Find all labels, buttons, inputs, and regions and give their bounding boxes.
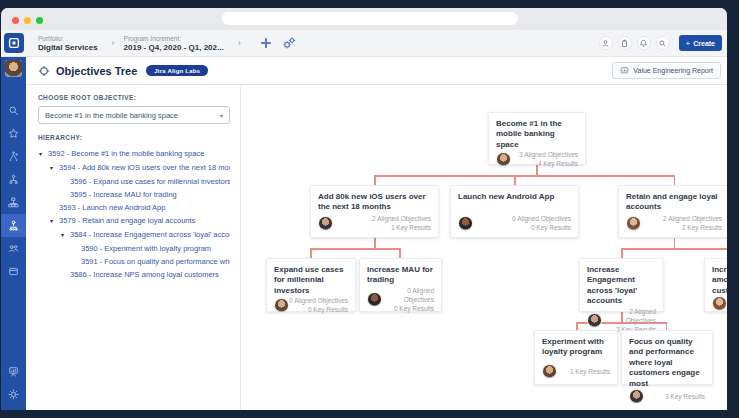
hierarchy-item[interactable]: 3596 - Expand use cases for millennial i… [38,175,230,188]
avatar [542,364,557,379]
chevron-down-icon: ▾ [220,112,223,119]
search-nav-icon[interactable] [1,99,26,122]
program-increment-selector[interactable]: Program Increment: 2019 - Q4, 2020 - Q1,… [124,35,224,52]
caret-down-icon[interactable]: ▾ [61,229,70,242]
create-button[interactable]: + Create [679,35,722,51]
chevron-right-icon: › [238,38,241,48]
avatar [587,313,602,328]
gear-icon[interactable] [1,383,26,406]
caret-down-icon[interactable]: ▾ [39,148,48,161]
objectives-tree-canvas[interactable]: Become #1 in the mobile banking space 3 … [241,85,727,410]
avatar [626,216,641,231]
jira-align-logo[interactable] [1,30,26,57]
connector-line [576,322,578,330]
bell-icon[interactable] [637,36,651,50]
browser-chrome [1,8,727,30]
sitemap-icon[interactable] [1,191,26,214]
hierarchy-item[interactable]: 3593 - Launch new Android App [38,201,230,214]
minimize-window-button[interactable] [24,17,31,24]
labs-badge: Jira Align Labs [146,65,208,76]
left-nav-rail [1,57,26,410]
zoom-window-button[interactable] [36,17,43,24]
hierarchy-tree: ▾3592 - Become #1 in the mobile banking … [38,147,230,281]
kanban-card-icon[interactable] [1,260,26,283]
page-title-bar: Objectives Tree Jira Align Labs Value En… [26,57,727,85]
hierarchy-item[interactable]: 3595 - Increase MAU for trading [38,188,230,201]
portfolio-value: Digital Services [38,43,98,52]
program-increment-label: Program Increment: [124,35,224,43]
add-widget-icon[interactable] [260,37,272,49]
connector-line [310,248,400,250]
hierarchy-item[interactable]: 3591 - Focus on quality and performance … [38,255,230,268]
connector-line [674,175,676,185]
avatar [367,292,382,307]
objective-card[interactable]: Focus on quality and performance where l… [621,330,713,385]
objective-card[interactable]: Increase NPS among loyal customers [704,258,727,312]
hierarchy-label: HIERARCHY: [38,134,230,141]
objective-card[interactable]: Expand use cases for millennial investor… [266,258,356,312]
roadmap-branch-icon[interactable] [1,145,26,168]
objective-card[interactable]: Launch new Android App 0 Aligned Objecti… [450,185,579,238]
connector-line [374,238,376,248]
program-increment-value: 2019 - Q4, 2020 - Q1, 202... [124,43,224,52]
root-objective-select[interactable]: Become #1 in the mobile banking space ▾ [38,106,230,124]
org-tree-small-icon[interactable] [1,168,26,191]
hierarchy-item[interactable]: ▾3594 - Add 80k new iOS users over the n… [38,161,230,175]
connector-line [666,322,668,330]
user-icon[interactable] [599,36,613,50]
objective-card[interactable]: Increase MAU for trading 0 Aligned Objec… [359,258,442,312]
objective-card[interactable]: Increase Engagement across 'loyal' accou… [579,258,664,312]
star-icon[interactable] [1,122,26,145]
objective-card[interactable]: Become #1 in the mobile banking space 3 … [488,112,586,165]
connector-line [399,248,401,258]
portfolio-selector[interactable]: Portfolio: Digital Services [38,35,98,52]
avatar [496,152,511,167]
avatar [274,298,289,313]
avatar [712,296,727,311]
connector-line [374,175,675,177]
connector-line [674,238,676,248]
avatar [629,389,644,404]
choose-root-objective-label: CHOOSE ROOT OBJECTIVE: [38,94,230,101]
page-title: Objectives Tree [56,65,137,77]
hierarchy-item[interactable]: ▾3584 - Increase Engagement across 'loya… [38,228,230,242]
search-icon[interactable] [656,36,670,50]
objective-card[interactable]: Add 80k new iOS users over the next 18 m… [310,185,439,238]
objective-card[interactable]: Experiment with loyalty program 1 Key Re… [534,330,618,385]
caret-down-icon[interactable]: ▾ [50,162,59,175]
browser-window: Portfolio: Digital Services › Program In… [1,8,727,410]
address-bar[interactable] [222,12,518,25]
hierarchy-item[interactable]: 3590 - Experiment with loyalty program [38,242,230,255]
value-engineering-report-button[interactable]: Value Engineering Report [612,62,721,79]
plus-icon: + [686,39,691,48]
target-crosshair-icon [38,65,50,77]
hierarchy-item[interactable]: ▾3592 - Become #1 in the mobile banking … [38,147,230,161]
caret-down-icon[interactable]: ▾ [50,215,59,228]
report-chart-icon[interactable] [1,360,26,383]
connector-line [310,248,312,258]
avatar [458,216,473,231]
chevron-right-icon: › [112,38,115,48]
avatar [318,216,333,231]
app-top-bar: Portfolio: Digital Services › Program In… [1,30,727,57]
objective-hierarchy-panel: CHOOSE ROOT OBJECTIVE: Become #1 in the … [26,85,241,410]
objective-card[interactable]: Retain and engage loyal accounts 2 Align… [618,185,727,238]
settings-gears-icon[interactable] [282,36,296,50]
user-avatar[interactable] [5,60,22,77]
close-window-button[interactable] [12,17,19,24]
users-icon[interactable] [1,237,26,260]
portfolio-label: Portfolio: [38,35,98,43]
connector-line [621,248,623,258]
hierarchy-item[interactable]: ▾3579 - Retain and engage loyal accounts [38,214,230,228]
connector-line [621,248,727,250]
objectives-tree-nav-icon[interactable] [1,214,26,237]
connector-line [374,175,376,185]
clipboard-icon[interactable] [618,36,632,50]
mini-chart-icon [620,66,629,75]
connector-line [514,175,516,185]
hierarchy-item[interactable]: 3586 - Increase NPS among loyal customer… [38,268,230,281]
